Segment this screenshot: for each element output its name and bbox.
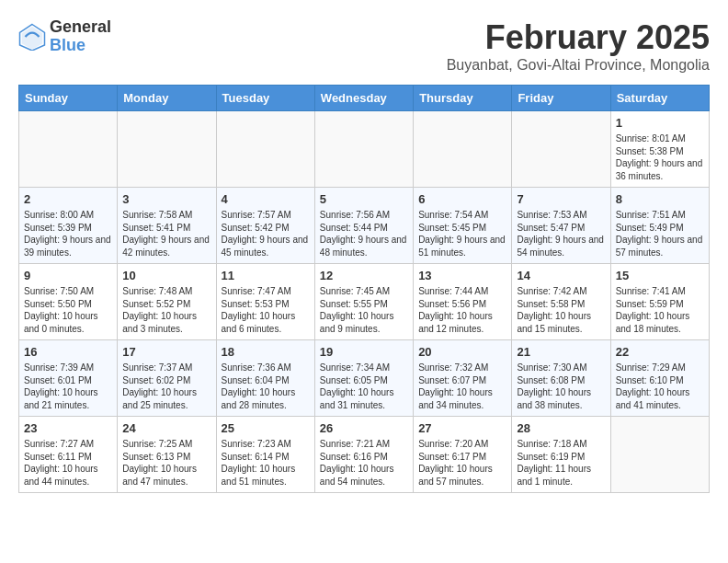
calendar-cell: 1Sunrise: 8:01 AM Sunset: 5:38 PM Daylig…: [610, 111, 709, 188]
day-number: 5: [320, 192, 408, 206]
calendar-week-row: 23Sunrise: 7:27 AM Sunset: 6:11 PM Dayli…: [19, 417, 710, 493]
day-number: 28: [517, 421, 605, 435]
calendar-cell: 18Sunrise: 7:36 AM Sunset: 6:04 PM Dayli…: [216, 340, 314, 417]
weekday-header-tuesday: Tuesday: [216, 86, 314, 111]
calendar-cell: 23Sunrise: 7:27 AM Sunset: 6:11 PM Dayli…: [19, 417, 118, 493]
day-info: Sunrise: 7:50 AM Sunset: 5:50 PM Dayligh…: [24, 285, 112, 335]
day-number: 21: [517, 345, 605, 359]
calendar-cell: 19Sunrise: 7:34 AM Sunset: 6:05 PM Dayli…: [314, 340, 413, 417]
weekday-header-row: SundayMondayTuesdayWednesdayThursdayFrid…: [19, 86, 710, 111]
day-info: Sunrise: 7:54 AM Sunset: 5:45 PM Dayligh…: [418, 209, 506, 259]
day-number: 11: [222, 269, 310, 282]
calendar-week-row: 16Sunrise: 7:39 AM Sunset: 6:01 PM Dayli…: [19, 340, 710, 417]
day-info: Sunrise: 7:20 AM Sunset: 6:17 PM Dayligh…: [418, 438, 506, 488]
page-header: General Blue February 2025 Buyanbat, Gov…: [18, 18, 710, 74]
weekday-header-thursday: Thursday: [414, 86, 512, 111]
logo-blue-text: Blue: [50, 37, 111, 55]
day-number: 12: [320, 269, 408, 282]
day-number: 27: [418, 421, 506, 435]
calendar-cell: 3Sunrise: 7:58 AM Sunset: 5:41 PM Daylig…: [118, 188, 216, 264]
day-number: 4: [222, 192, 310, 206]
logo: General Blue: [18, 18, 111, 55]
day-info: Sunrise: 8:00 AM Sunset: 5:39 PM Dayligh…: [24, 209, 112, 259]
day-number: 8: [616, 192, 704, 206]
calendar-cell: 24Sunrise: 7:25 AM Sunset: 6:13 PM Dayli…: [118, 417, 216, 493]
calendar-cell: 2Sunrise: 8:00 AM Sunset: 5:39 PM Daylig…: [19, 188, 118, 264]
calendar-week-row: 1Sunrise: 8:01 AM Sunset: 5:38 PM Daylig…: [19, 111, 710, 188]
day-info: Sunrise: 7:58 AM Sunset: 5:41 PM Dayligh…: [122, 209, 210, 259]
day-info: Sunrise: 7:44 AM Sunset: 5:56 PM Dayligh…: [418, 285, 506, 335]
calendar-cell: 21Sunrise: 7:30 AM Sunset: 6:08 PM Dayli…: [512, 340, 610, 417]
calendar-cell: 25Sunrise: 7:23 AM Sunset: 6:14 PM Dayli…: [216, 417, 314, 493]
calendar-cell: [314, 111, 413, 188]
calendar-table: SundayMondayTuesdayWednesdayThursdayFrid…: [18, 85, 710, 493]
day-number: 15: [616, 269, 704, 282]
day-info: Sunrise: 7:51 AM Sunset: 5:49 PM Dayligh…: [616, 209, 704, 259]
calendar-cell: [512, 111, 610, 188]
day-info: Sunrise: 7:37 AM Sunset: 6:02 PM Dayligh…: [122, 362, 210, 411]
day-number: 16: [24, 345, 112, 359]
calendar-cell: [414, 111, 512, 188]
day-info: Sunrise: 7:39 AM Sunset: 6:01 PM Dayligh…: [24, 362, 112, 411]
calendar-cell: 5Sunrise: 7:56 AM Sunset: 5:44 PM Daylig…: [314, 188, 413, 264]
day-info: Sunrise: 7:47 AM Sunset: 5:53 PM Dayligh…: [222, 285, 310, 335]
day-info: Sunrise: 7:36 AM Sunset: 6:04 PM Dayligh…: [222, 362, 310, 411]
calendar-cell: 9Sunrise: 7:50 AM Sunset: 5:50 PM Daylig…: [19, 264, 118, 340]
weekday-header-wednesday: Wednesday: [314, 86, 413, 111]
day-number: 20: [418, 345, 506, 359]
day-number: 1: [616, 116, 704, 130]
day-info: Sunrise: 7:53 AM Sunset: 5:47 PM Dayligh…: [517, 209, 605, 259]
day-number: 22: [616, 345, 704, 359]
calendar-cell: 22Sunrise: 7:29 AM Sunset: 6:10 PM Dayli…: [610, 340, 709, 417]
calendar-cell: [118, 111, 216, 188]
calendar-cell: 12Sunrise: 7:45 AM Sunset: 5:55 PM Dayli…: [314, 264, 413, 340]
calendar-cell: 10Sunrise: 7:48 AM Sunset: 5:52 PM Dayli…: [118, 264, 216, 340]
day-info: Sunrise: 7:32 AM Sunset: 6:07 PM Dayligh…: [418, 362, 506, 411]
day-number: 6: [418, 192, 506, 206]
calendar-cell: 20Sunrise: 7:32 AM Sunset: 6:07 PM Dayli…: [414, 340, 512, 417]
location-subtitle: Buyanbat, Govi-Altai Province, Mongolia: [447, 57, 710, 74]
day-number: 18: [222, 345, 310, 359]
logo-general-text: General: [50, 18, 111, 37]
weekday-header-friday: Friday: [512, 86, 610, 111]
day-info: Sunrise: 7:29 AM Sunset: 6:10 PM Dayligh…: [616, 362, 704, 411]
calendar-cell: [19, 111, 118, 188]
weekday-header-monday: Monday: [118, 86, 216, 111]
day-info: Sunrise: 7:18 AM Sunset: 6:19 PM Dayligh…: [517, 438, 605, 488]
logo-icon: [18, 23, 46, 51]
calendar-week-row: 2Sunrise: 8:00 AM Sunset: 5:39 PM Daylig…: [19, 188, 710, 264]
calendar-cell: 11Sunrise: 7:47 AM Sunset: 5:53 PM Dayli…: [216, 264, 314, 340]
day-number: 14: [517, 269, 605, 282]
day-info: Sunrise: 7:34 AM Sunset: 6:05 PM Dayligh…: [320, 362, 408, 411]
day-number: 2: [24, 192, 112, 206]
day-info: Sunrise: 7:42 AM Sunset: 5:58 PM Dayligh…: [517, 285, 605, 335]
day-number: 7: [517, 192, 605, 206]
calendar-cell: 6Sunrise: 7:54 AM Sunset: 5:45 PM Daylig…: [414, 188, 512, 264]
title-block: February 2025 Buyanbat, Govi-Altai Provi…: [447, 18, 710, 74]
day-number: 24: [122, 421, 210, 435]
calendar-cell: [610, 417, 709, 493]
calendar-cell: 4Sunrise: 7:57 AM Sunset: 5:42 PM Daylig…: [216, 188, 314, 264]
logo-text: General Blue: [50, 18, 111, 55]
day-number: 17: [122, 345, 210, 359]
day-info: Sunrise: 7:30 AM Sunset: 6:08 PM Dayligh…: [517, 362, 605, 411]
calendar-cell: 16Sunrise: 7:39 AM Sunset: 6:01 PM Dayli…: [19, 340, 118, 417]
day-info: Sunrise: 7:41 AM Sunset: 5:59 PM Dayligh…: [616, 285, 704, 335]
day-number: 13: [418, 269, 506, 282]
day-info: Sunrise: 8:01 AM Sunset: 5:38 PM Dayligh…: [616, 132, 704, 182]
day-number: 19: [320, 345, 408, 359]
day-info: Sunrise: 7:21 AM Sunset: 6:16 PM Dayligh…: [320, 438, 408, 488]
weekday-header-saturday: Saturday: [610, 86, 709, 111]
calendar-cell: 13Sunrise: 7:44 AM Sunset: 5:56 PM Dayli…: [414, 264, 512, 340]
day-info: Sunrise: 7:45 AM Sunset: 5:55 PM Dayligh…: [320, 285, 408, 335]
day-info: Sunrise: 7:27 AM Sunset: 6:11 PM Dayligh…: [24, 438, 112, 488]
day-info: Sunrise: 7:57 AM Sunset: 5:42 PM Dayligh…: [222, 209, 310, 259]
day-number: 3: [122, 192, 210, 206]
calendar-cell: 14Sunrise: 7:42 AM Sunset: 5:58 PM Dayli…: [512, 264, 610, 340]
calendar-week-row: 9Sunrise: 7:50 AM Sunset: 5:50 PM Daylig…: [19, 264, 710, 340]
day-info: Sunrise: 7:48 AM Sunset: 5:52 PM Dayligh…: [122, 285, 210, 335]
day-info: Sunrise: 7:23 AM Sunset: 6:14 PM Dayligh…: [222, 438, 310, 488]
day-number: 23: [24, 421, 112, 435]
day-info: Sunrise: 7:25 AM Sunset: 6:13 PM Dayligh…: [122, 438, 210, 488]
day-number: 9: [24, 269, 112, 282]
